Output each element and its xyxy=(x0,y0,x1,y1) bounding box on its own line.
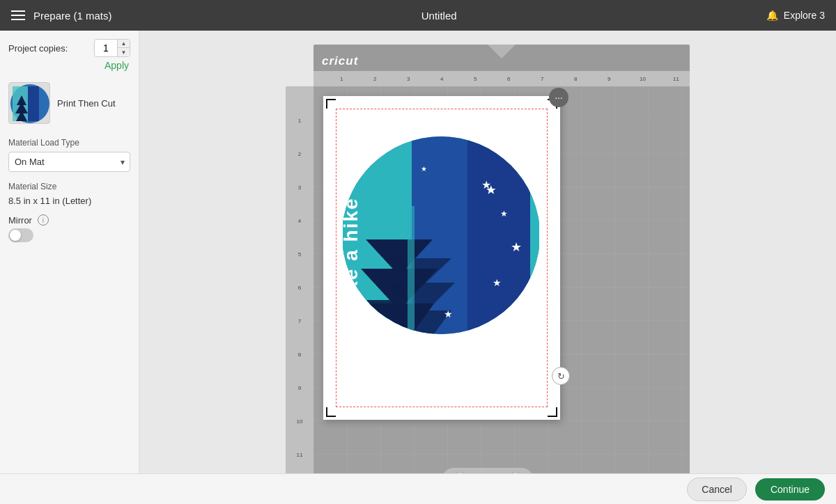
svg-text:★: ★ xyxy=(469,327,477,337)
design-svg: ★ ★ ★ ★ ★ ★ ★ take a hike xyxy=(343,116,539,366)
thumbnail-row: Print Then Cut xyxy=(8,79,130,127)
prepare-title: Prepare (1 mats) xyxy=(33,10,112,22)
svg-text:★: ★ xyxy=(444,308,453,320)
copies-up-button[interactable]: ▲ xyxy=(117,40,130,48)
bell-icon[interactable]: 🔔 xyxy=(766,10,778,21)
svg-text:8: 8 xyxy=(298,352,302,358)
svg-text:2: 2 xyxy=(373,76,377,82)
bottom-bar: Cancel Continue xyxy=(0,473,836,504)
svg-rect-2 xyxy=(28,86,39,121)
reg-mark-bl xyxy=(326,404,339,417)
paper-area: ··· ↻ xyxy=(323,96,560,420)
ruler-left-svg: 1 2 3 4 5 6 7 8 9 10 11 12 xyxy=(286,86,314,490)
svg-rect-41 xyxy=(394,351,405,366)
svg-rect-47 xyxy=(408,206,415,359)
material-size-value: 8.5 in x 11 in (Letter) xyxy=(8,196,130,206)
svg-text:11: 11 xyxy=(297,452,303,458)
mat-top-notch xyxy=(488,45,516,58)
thumbnail-svg xyxy=(9,83,50,124)
mirror-info-icon[interactable]: i xyxy=(38,214,49,226)
mirror-row: Mirror i xyxy=(8,214,130,242)
svg-text:take a hike: take a hike xyxy=(343,197,362,312)
svg-rect-36 xyxy=(467,116,530,358)
cricut-header: cricut xyxy=(314,45,690,71)
svg-text:10: 10 xyxy=(640,76,646,82)
svg-text:11: 11 xyxy=(673,76,679,82)
svg-text:5: 5 xyxy=(474,76,477,82)
copies-arrows: ▲ ▼ xyxy=(117,40,130,56)
material-load-type-select[interactable]: On Mat Without Mat xyxy=(8,152,130,172)
svg-text:7: 7 xyxy=(298,318,302,324)
svg-text:★: ★ xyxy=(493,277,502,288)
left-panel: Project copies: ▲ ▼ Apply Print Then Cut xyxy=(0,31,139,504)
ruler-top: 1 2 3 4 5 6 7 8 9 10 11 xyxy=(314,71,690,86)
top-bar-left: Prepare (1 mats) xyxy=(11,10,112,22)
svg-marker-45 xyxy=(357,321,399,352)
apply-button[interactable]: Apply xyxy=(8,60,130,71)
reg-mark-tl xyxy=(326,99,339,111)
hamburger-menu-icon[interactable] xyxy=(11,10,25,20)
toggle-knob xyxy=(10,230,21,241)
svg-rect-37 xyxy=(530,116,539,358)
svg-text:★: ★ xyxy=(511,240,522,254)
svg-text:9: 9 xyxy=(607,76,611,82)
rotate-handle[interactable]: ↻ xyxy=(552,367,570,385)
svg-text:6: 6 xyxy=(507,76,511,82)
svg-text:1: 1 xyxy=(298,118,302,124)
svg-text:9: 9 xyxy=(298,385,302,391)
main-canvas-area: cricut 1 2 3 4 5 6 7 8 9 10 11 xyxy=(139,31,836,504)
svg-text:10: 10 xyxy=(297,418,303,425)
copies-down-button[interactable]: ▼ xyxy=(117,48,130,56)
svg-text:2: 2 xyxy=(298,151,302,157)
svg-text:7: 7 xyxy=(541,76,544,82)
mat-container: cricut 1 2 3 4 5 6 7 8 9 10 11 xyxy=(286,45,690,490)
svg-text:3: 3 xyxy=(407,76,410,82)
print-then-cut-thumbnail xyxy=(8,82,50,124)
svg-text:8: 8 xyxy=(574,76,578,82)
svg-text:★: ★ xyxy=(481,179,491,191)
svg-text:6: 6 xyxy=(298,285,302,291)
svg-text:5: 5 xyxy=(298,251,302,258)
copies-input-wrapper: ▲ ▼ xyxy=(94,39,130,57)
mirror-section: Mirror i xyxy=(8,214,130,226)
svg-text:1: 1 xyxy=(340,76,343,82)
material-load-type-dropdown[interactable]: On Mat Without Mat xyxy=(8,152,130,172)
mat-board: ··· ↻ xyxy=(314,86,690,490)
mirror-label: Mirror xyxy=(8,215,32,226)
top-bar-right: 🔔 Explore 3 xyxy=(766,10,825,21)
project-copies-label: Project copies: xyxy=(8,43,68,54)
material-size-section: Material Size 8.5 in x 11 in (Letter) xyxy=(8,182,130,206)
material-load-type-label: Material Load Type xyxy=(8,138,130,148)
copies-input[interactable] xyxy=(95,41,117,55)
print-then-cut-label: Print Then Cut xyxy=(57,98,116,109)
project-copies-row: Project copies: ▲ ▼ xyxy=(8,39,130,57)
top-bar: Prepare (1 mats) Untitled 🔔 Explore 3 xyxy=(0,0,836,31)
svg-text:4: 4 xyxy=(440,76,444,82)
svg-text:4: 4 xyxy=(298,218,302,224)
ruler-top-svg: 1 2 3 4 5 6 7 8 9 10 11 xyxy=(314,71,690,86)
svg-text:3: 3 xyxy=(298,184,302,191)
ruler-left: 1 2 3 4 5 6 7 8 9 10 11 12 xyxy=(286,86,314,490)
cricut-logo-text: cricut xyxy=(322,54,358,68)
svg-text:★: ★ xyxy=(421,165,427,173)
document-title: Untitled xyxy=(421,10,457,22)
material-size-label: Material Size xyxy=(8,182,130,191)
cancel-button[interactable]: Cancel xyxy=(687,478,747,501)
svg-text:★: ★ xyxy=(500,209,508,219)
reg-mark-br xyxy=(545,404,557,417)
continue-button[interactable]: Continue xyxy=(755,478,825,501)
svg-rect-6 xyxy=(314,71,690,86)
more-options-button[interactable]: ··· xyxy=(549,88,568,107)
mirror-toggle[interactable] xyxy=(8,228,33,242)
explore-label: Explore 3 xyxy=(784,10,825,21)
